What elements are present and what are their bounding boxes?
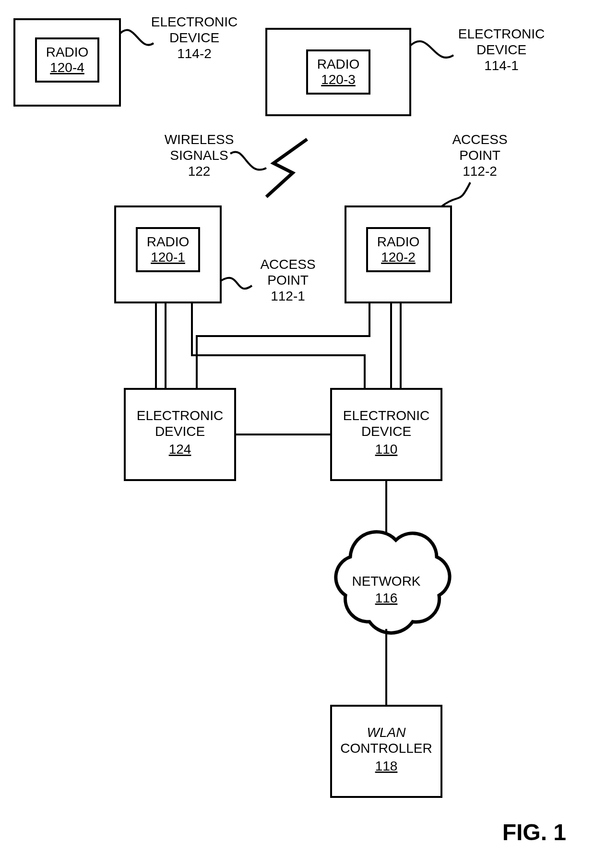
electronic-device-124-ref: 124	[169, 442, 191, 457]
wireless-signals-leader	[230, 152, 266, 169]
wireless-signals-ref: 122	[188, 164, 211, 179]
electronic-device-110: ELECTRONIC DEVICE 110	[331, 389, 441, 480]
electronic-device-114-1-line1: ELECTRONIC	[458, 26, 545, 41]
radio-120-4: RADIO 120-4	[36, 38, 98, 82]
access-point-112-1-line2: POINT	[267, 273, 309, 288]
radio-120-2-ref: 120-2	[381, 250, 416, 265]
diagram-canvas: RADIO 120-4 ELECTRONIC DEVICE 114-2 RADI…	[0, 0, 595, 868]
leader-112-1	[221, 278, 252, 289]
radio-120-3: RADIO 120-3	[307, 50, 369, 94]
electronic-device-114-1-line2: DEVICE	[476, 42, 526, 57]
figure-label: FIG. 1	[502, 820, 566, 845]
leader-114-1	[410, 41, 453, 58]
wlan-controller-ref: 118	[375, 759, 398, 773]
electronic-device-114-2-ref: 114-2	[177, 46, 212, 61]
access-point-112-1-line1: ACCESS	[260, 257, 315, 272]
link-ap2-ed124	[197, 302, 369, 389]
access-point-112-1-ref: 112-1	[271, 289, 305, 303]
wireless-signals-line2: SIGNALS	[170, 148, 228, 163]
radio-120-3-label: RADIO	[317, 57, 360, 72]
radio-120-4-ref: 120-4	[50, 60, 84, 75]
wireless-signals-line1: WIRELESS	[165, 132, 234, 147]
radio-120-1-label: RADIO	[147, 234, 190, 249]
electronic-device-114-1-ref: 114-1	[484, 58, 519, 73]
access-point-112-2-line2: POINT	[459, 148, 500, 163]
access-point-112-2-ref: 112-2	[463, 164, 497, 179]
electronic-device-114-2-line1: ELECTRONIC	[151, 14, 238, 29]
network-cloud: NETWORK 116	[336, 532, 450, 633]
access-point-112-2-line1: ACCESS	[452, 132, 507, 147]
access-point-112-2-label: ACCESS POINT 112-2	[441, 132, 508, 206]
electronic-device-124-line1: ELECTRONIC	[137, 408, 223, 423]
network-label: NETWORK	[352, 574, 420, 589]
wlan-controller-line1: WLAN	[367, 725, 406, 740]
network-ref: 116	[375, 591, 398, 605]
electronic-device-114-2: RADIO 120-4 ELECTRONIC DEVICE 114-2	[14, 14, 238, 106]
wlan-controller: WLAN CONTROLLER 118	[331, 706, 441, 797]
radio-120-1-ref: 120-1	[151, 250, 185, 265]
electronic-device-124-line2: DEVICE	[155, 424, 205, 439]
leader-114-2	[120, 30, 154, 45]
access-point-112-2: RADIO 120-2	[345, 206, 451, 302]
wlan-controller-line2: CONTROLLER	[340, 741, 432, 756]
wireless-signals: WIRELESS SIGNALS 122	[165, 132, 307, 197]
radio-120-3-ref: 120-3	[321, 72, 356, 87]
link-ap1-ed110	[192, 302, 365, 389]
radio-120-4-label: RADIO	[46, 45, 89, 60]
electronic-device-124: ELECTRONIC DEVICE 124	[125, 389, 235, 480]
electronic-device-110-line2: DEVICE	[361, 424, 411, 439]
radio-120-2: RADIO 120-2	[367, 228, 429, 271]
electronic-device-110-ref: 110	[375, 442, 398, 457]
access-point-112-1: RADIO 120-1 ACCESS POINT 112-1	[115, 206, 316, 303]
electronic-device-110-line1: ELECTRONIC	[343, 408, 429, 423]
radio-120-2-label: RADIO	[377, 234, 420, 249]
radio-120-1: RADIO 120-1	[137, 228, 199, 271]
wireless-zigzag-icon	[266, 139, 307, 197]
leader-112-2	[441, 182, 470, 206]
electronic-device-114-1: RADIO 120-3 ELECTRONIC DEVICE 114-1	[266, 26, 545, 115]
electronic-device-114-2-line2: DEVICE	[169, 30, 219, 45]
